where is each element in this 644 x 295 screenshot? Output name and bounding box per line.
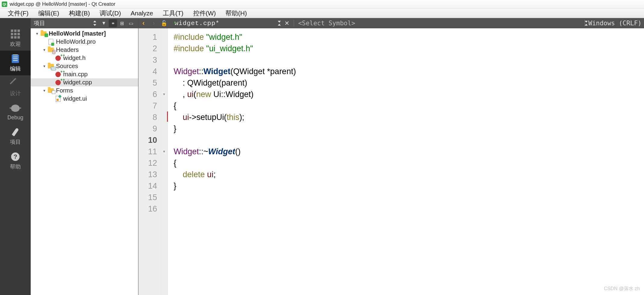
link-icon[interactable]: ⚭ <box>109 19 117 27</box>
menu-analyze[interactable]: Analyze <box>126 9 158 17</box>
tree-root[interactable]: ▾ HelloWorld [master] <box>31 30 138 38</box>
mode-design[interactable]: 设计 <box>0 75 31 100</box>
mode-welcome[interactable]: 欢迎 <box>0 26 31 51</box>
bug-icon <box>10 104 21 113</box>
file-cpp-icon <box>55 71 61 77</box>
nav-forward-icon[interactable]: › <box>150 19 158 27</box>
file-h-icon <box>55 55 61 61</box>
editor-area: ‹ › 🔓 widget.cpp* ✕ <Select Symbol> Wind… <box>138 18 644 295</box>
code-content[interactable]: #include "widget.h" #include "ui_widget.… <box>168 28 644 295</box>
mode-help[interactable]: ? 帮助 <box>0 149 31 173</box>
tree-forms-label: Forms <box>56 87 73 94</box>
grid-icon <box>10 30 21 39</box>
editor-toolbar: ‹ › 🔓 widget.cpp* ✕ <Select Symbol> Wind… <box>138 18 644 28</box>
menu-widgets[interactable]: 控件(W) <box>188 8 221 18</box>
sidebar-updown-icon[interactable] <box>91 19 99 27</box>
menu-build[interactable]: 构建(B) <box>64 8 95 18</box>
tree-widget-cpp-label: widget.cpp <box>63 79 92 86</box>
file-ui-icon <box>55 96 61 102</box>
app-icon: Qt <box>2 2 7 7</box>
sidebar-header: 项目 ▼ ⚭ ⊞ ▭ <box>31 18 138 28</box>
file-cpp-icon <box>55 80 61 86</box>
menu-bar: 文件(F) 编辑(E) 构建(B) 调试(D) Analyze 工具(T) 控件… <box>0 8 644 18</box>
wrench-icon <box>10 127 21 137</box>
tree-pro-label: HelloWorld.pro <box>56 38 96 45</box>
tree-main-cpp-label: main.cpp <box>63 71 88 78</box>
mode-welcome-label: 欢迎 <box>10 40 21 48</box>
separator <box>294 20 294 27</box>
tree-widget-ui-label: widget.ui <box>63 95 87 102</box>
close-icon[interactable]: ✕ <box>284 20 289 27</box>
mode-projects-label: 项目 <box>10 138 21 146</box>
mode-edit-label: 编辑 <box>10 65 21 72</box>
tree-root-label: HelloWorld [master] <box>49 30 106 37</box>
question-icon: ? <box>10 152 21 161</box>
folder-headers-icon <box>48 47 54 53</box>
window-title: widget.cpp @ HelloWorld [master] - Qt Cr… <box>10 1 115 7</box>
editor-filename[interactable]: widget.cpp* <box>175 20 220 27</box>
tree-widget-h-label: widget.h <box>63 55 86 61</box>
mode-bar: 欢迎 编辑 设计 Debug 项目 ? 帮助 <box>0 18 31 295</box>
encoding-selector[interactable]: Windows (CRLF) <box>588 20 642 27</box>
tree-main-cpp[interactable]: main.cpp <box>31 70 138 78</box>
project-sidebar: 项目 ▼ ⚭ ⊞ ▭ ▾ HelloWorld [master] HelloWo… <box>31 18 138 295</box>
mode-debug[interactable]: Debug <box>0 100 31 124</box>
line-gutter[interactable]: 12345678910111213141516 <box>138 28 161 295</box>
mode-design-label: 设计 <box>10 90 21 97</box>
folder-qt-icon <box>40 31 47 37</box>
mode-debug-label: Debug <box>7 115 23 121</box>
tree-pro-file[interactable]: HelloWorld.pro <box>31 38 138 46</box>
file-pro-icon <box>48 39 54 45</box>
menu-file[interactable]: 文件(F) <box>3 8 33 18</box>
mode-projects[interactable]: 项目 <box>0 124 31 149</box>
cursor-marker <box>167 111 168 122</box>
tree-forms-folder[interactable]: ▾ Forms <box>31 86 138 95</box>
add-split-icon[interactable]: ⊞ <box>118 19 126 27</box>
menu-help[interactable]: 帮助(H) <box>221 8 252 18</box>
tree-widget-h[interactable]: widget.h <box>31 54 138 62</box>
mode-help-label: 帮助 <box>10 163 21 170</box>
lock-icon[interactable]: 🔓 <box>161 20 167 27</box>
collapse-icon[interactable]: ▭ <box>127 19 135 27</box>
tree-widget-cpp[interactable]: widget.cpp <box>31 78 138 86</box>
project-tree[interactable]: ▾ HelloWorld [master] HelloWorld.pro ▾ H… <box>31 28 138 295</box>
tree-headers-folder[interactable]: ▾ Headers <box>31 46 138 54</box>
tree-widget-ui[interactable]: widget.ui <box>31 95 138 103</box>
tree-headers-label: Headers <box>56 46 79 53</box>
symbol-selector[interactable]: <Select Symbol> <box>298 20 583 27</box>
code-editor[interactable]: 12345678910111213141516 ▾▾ #include "wid… <box>138 28 644 295</box>
menu-debug[interactable]: 调试(D) <box>95 8 126 18</box>
fold-column[interactable]: ▾▾ <box>161 28 168 295</box>
folder-forms-icon <box>48 88 54 94</box>
menu-edit[interactable]: 编辑(E) <box>33 8 64 18</box>
pencil-icon <box>10 79 21 88</box>
document-icon <box>10 54 21 63</box>
menu-tools[interactable]: 工具(T) <box>158 8 188 18</box>
filter-icon[interactable]: ▼ <box>100 19 108 27</box>
nav-back-icon[interactable]: ‹ <box>140 19 147 27</box>
mode-edit[interactable]: 编辑 <box>0 51 31 75</box>
title-bar: Qt widget.cpp @ HelloWorld [master] - Qt… <box>0 0 644 8</box>
tree-sources-folder[interactable]: ▾ Sources <box>31 62 138 70</box>
folder-sources-icon <box>48 63 54 69</box>
sidebar-title[interactable]: 项目 <box>34 19 90 27</box>
tree-sources-label: Sources <box>56 63 78 70</box>
